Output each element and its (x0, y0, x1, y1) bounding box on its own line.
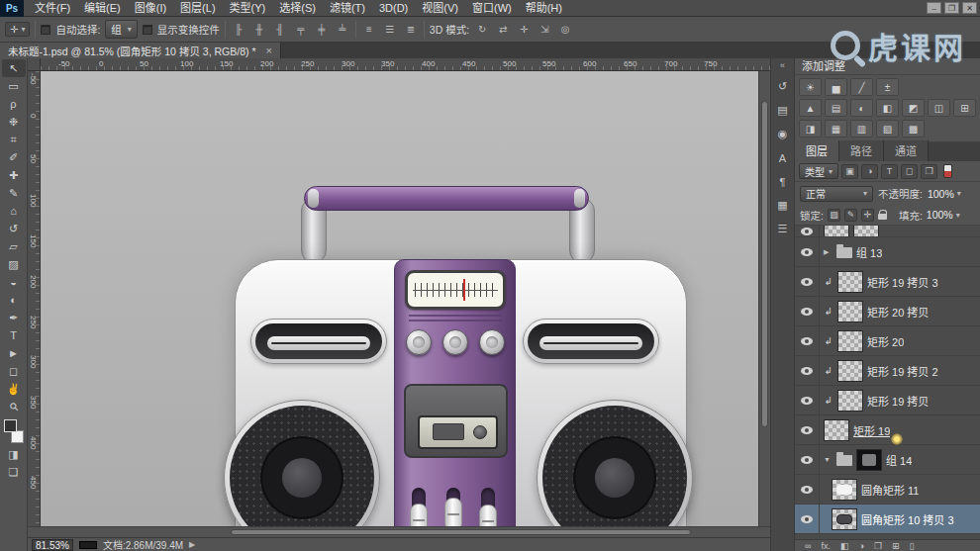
swatches-panel-icon[interactable]: ▦ (774, 198, 792, 213)
visibility-toggle[interactable] (795, 415, 820, 444)
slide-3d-icon[interactable]: ⇲ (537, 22, 552, 38)
eraser-tool[interactable]: ▱ (2, 237, 26, 255)
layer-row-roundrect-10-copy3[interactable]: 圆角矩形 10 拷贝 3 (795, 505, 980, 534)
layer-row-roundrect-11[interactable]: 圆角矩形 11 (795, 475, 980, 505)
quick-select-tool[interactable]: ❉ (2, 113, 26, 131)
drag-3d-icon[interactable]: ✛ (516, 22, 532, 38)
blur-tool[interactable]: ◒ (2, 273, 26, 291)
marquee-tool[interactable]: ▭ (2, 77, 26, 95)
tab-layers[interactable]: 图层 (795, 140, 839, 161)
visibility-toggle[interactable] (795, 445, 820, 474)
visibility-toggle[interactable] (795, 505, 820, 533)
visibility-toggle[interactable] (795, 326, 820, 355)
foreground-color-swatch[interactable] (4, 419, 17, 432)
healing-brush-tool[interactable]: ✚ (2, 166, 26, 184)
visibility-toggle[interactable] (795, 267, 820, 296)
menu-image[interactable]: 图像(I) (128, 0, 173, 17)
menu-help[interactable]: 帮助(H) (519, 0, 569, 17)
layer-row-rect19-copy3[interactable]: ↲ 矩形 19 拷贝 3 (795, 267, 980, 297)
layer-row-rect19[interactable]: 矩形 19 (795, 415, 980, 445)
levels-icon[interactable]: ▅ (825, 78, 847, 96)
layer-row-rect20-copy[interactable]: ↲ 矩形 20 拷贝 (795, 297, 980, 326)
styles-panel-icon[interactable]: ☰ (774, 222, 792, 236)
brush-tool[interactable]: ✎ (2, 184, 26, 202)
lock-move-icon[interactable]: ✛ (861, 209, 874, 222)
properties-panel-icon[interactable]: ▤ (774, 103, 792, 118)
new-adjustment-icon[interactable]: ◑ (858, 541, 863, 550)
brightness-contrast-icon[interactable]: ☀ (799, 78, 822, 96)
distribute-top-icon[interactable]: ≡ (361, 22, 377, 38)
eyedropper-tool[interactable]: ✐ (2, 148, 26, 166)
layer-row-rect19-copy[interactable]: ↲ 矩形 19 拷贝 (795, 386, 980, 415)
blend-mode-dropdown[interactable]: 正常 ▾ (800, 186, 873, 202)
opacity-field[interactable]: 100% ▾ (928, 188, 961, 200)
threshold-icon[interactable]: ▥ (850, 120, 873, 138)
tab-close-icon[interactable]: × (265, 45, 271, 56)
color-swatches[interactable] (3, 419, 25, 443)
delete-layer-icon[interactable]: ▯ (910, 541, 915, 550)
tool-preset-picker[interactable]: ✛ ▾ (5, 22, 30, 37)
align-h-center-icon[interactable]: ╫ (251, 22, 267, 38)
visibility-toggle[interactable] (795, 356, 820, 385)
dodge-tool[interactable]: ◐ (2, 291, 26, 309)
horizontal-scrollbar[interactable] (28, 526, 770, 537)
menu-type[interactable]: 类型(Y) (223, 0, 273, 17)
menu-filter[interactable]: 滤镜(T) (323, 0, 372, 17)
align-v-center-icon[interactable]: ╪ (314, 22, 330, 38)
info-panel-icon[interactable]: ◉ (774, 127, 792, 141)
distribute-v-center-icon[interactable]: ☰ (382, 22, 398, 38)
menu-layer[interactable]: 图层(L) (173, 0, 222, 17)
tab-channels[interactable]: 通道 (884, 140, 929, 161)
character-panel-icon[interactable]: A (774, 150, 792, 165)
tab-paths[interactable]: 路径 (839, 140, 884, 161)
restore-button[interactable]: ❐ (944, 2, 959, 14)
color-balance-icon[interactable]: ◐ (850, 99, 873, 117)
visibility-toggle[interactable] (795, 297, 820, 325)
vibrance-icon[interactable]: ▲ (799, 99, 822, 117)
pen-tool[interactable]: ✒ (2, 309, 26, 326)
history-panel-icon[interactable]: ↺ (774, 79, 792, 94)
menu-view[interactable]: 视图(V) (415, 0, 465, 17)
auto-select-dropdown[interactable]: 组 ▾ (105, 20, 138, 39)
vertical-scrollbar[interactable] (758, 71, 770, 526)
layer-row-partial[interactable] (795, 226, 980, 237)
align-top-icon[interactable]: ╤ (293, 22, 309, 38)
document-tab[interactable]: 未标题-1.psd @ 81.5% (圆角矩形 10 拷贝 3, RGB/8) … (0, 43, 281, 58)
shape-tool[interactable]: ◻ (2, 362, 26, 380)
lock-transparent-icon[interactable]: ▨ (828, 209, 840, 222)
path-select-tool[interactable]: ► (2, 344, 26, 362)
visibility-toggle[interactable] (795, 237, 820, 266)
rotate-3d-icon[interactable]: ↻ (474, 22, 490, 38)
layer-style-icon[interactable]: fx. (821, 541, 831, 550)
link-layers-icon[interactable]: ∞ (805, 541, 811, 550)
invert-icon[interactable]: ◨ (799, 120, 822, 138)
visibility-toggle[interactable] (795, 386, 820, 414)
hue-saturation-icon[interactable]: ▤ (825, 99, 847, 117)
visibility-toggle[interactable] (795, 226, 820, 236)
new-group-icon[interactable]: ❐ (874, 541, 882, 550)
scale-3d-icon[interactable]: ◎ (557, 22, 573, 38)
show-transform-checkbox[interactable] (143, 25, 152, 35)
history-brush-tool[interactable]: ↺ (2, 220, 26, 237)
filter-toggle-icon[interactable] (943, 164, 952, 178)
add-mask-icon[interactable]: ◧ (840, 541, 849, 550)
close-button[interactable]: ✕ (962, 2, 977, 14)
filter-smart-icon[interactable]: ❒ (921, 164, 937, 179)
move-tool[interactable]: ↖ (2, 59, 26, 77)
gradient-map-icon[interactable]: ▧ (876, 120, 899, 138)
auto-select-checkbox[interactable] (41, 25, 50, 35)
lock-paint-icon[interactable]: ✎ (844, 209, 857, 222)
layer-row-rect19-copy2[interactable]: ↲ 矩形 19 拷贝 2 (795, 356, 980, 386)
black-white-icon[interactable]: ◧ (876, 99, 899, 117)
canvas[interactable] (41, 71, 758, 526)
vertical-scroll-thumb[interactable] (761, 101, 768, 427)
posterize-icon[interactable]: ▦ (825, 120, 847, 138)
align-bottom-icon[interactable]: ╧ (335, 22, 350, 38)
align-right-icon[interactable]: ╢ (272, 22, 288, 38)
photo-filter-icon[interactable]: ◩ (902, 99, 925, 117)
filter-pixel-icon[interactable]: ▣ (841, 164, 858, 179)
clone-stamp-tool[interactable]: ⌂ (2, 202, 26, 220)
channel-mixer-icon[interactable]: ◫ (928, 99, 950, 117)
paragraph-panel-icon[interactable]: ¶ (774, 174, 792, 189)
collapse-arrow-icon[interactable]: ▶ (824, 248, 833, 256)
